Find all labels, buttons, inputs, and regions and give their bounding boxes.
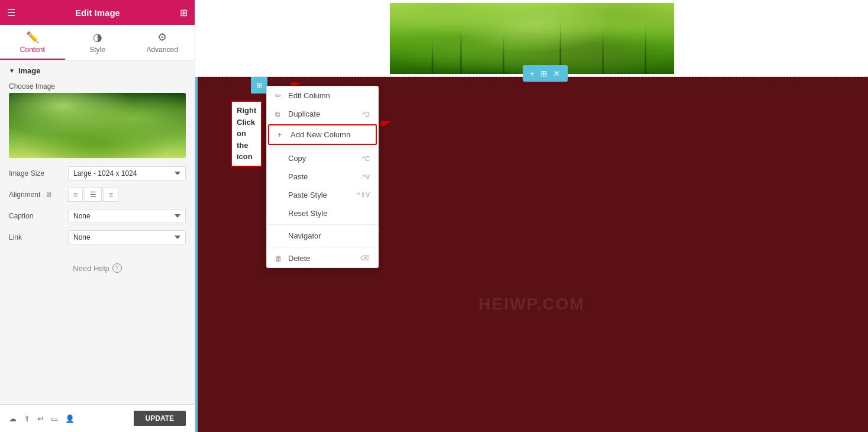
context-menu-item-reset-style[interactable]: Reset Style: [267, 204, 378, 223]
blue-toolbar-grid-button[interactable]: ⊞: [538, 67, 550, 79]
align-right-button[interactable]: ≡: [104, 188, 118, 202]
left-panel: ☰ Edit Image ⊞ ✏️ Content ◑ Style ⚙ Adva…: [0, 0, 195, 432]
add-new-column-label: Add New Column: [291, 130, 350, 139]
image-size-select[interactable]: Large - 1024 x 1024: [68, 166, 186, 180]
advanced-icon: ⚙: [157, 31, 167, 44]
edit-column-label: Edit Column: [288, 91, 330, 100]
update-button[interactable]: UPDATE: [134, 411, 186, 426]
align-center-button[interactable]: ☰: [85, 188, 102, 202]
add-column-icon: +: [277, 131, 286, 139]
context-menu-item-paste-style[interactable]: Paste Style ^⇧V: [267, 186, 378, 204]
panel-header: ☰ Edit Image ⊞: [0, 0, 195, 25]
delete-label: Delete: [288, 254, 311, 263]
context-menu-item-duplicate[interactable]: ⧉ Duplicate ^D: [267, 105, 378, 123]
panel-content: ▼ Image Choose Image Image Size Large - …: [0, 60, 195, 404]
copy-shortcut: ^C: [362, 155, 370, 162]
image-preview[interactable]: [9, 93, 186, 158]
paste-style-shortcut: ^⇧V: [357, 191, 370, 199]
footer-icon-1[interactable]: ☁: [9, 414, 17, 423]
style-icon: ◑: [93, 31, 102, 44]
copy-label: Copy: [288, 154, 306, 163]
paste-label: Paste: [288, 172, 308, 181]
context-menu: ✏ Edit Column ⧉ Duplicate ^D + Add New C…: [266, 86, 379, 268]
content-icon: ✏️: [26, 31, 39, 44]
footer-icon-3[interactable]: ↩: [37, 414, 44, 423]
column-handle-icon: ⊞: [256, 81, 262, 89]
context-menu-item-paste[interactable]: Paste ^V: [267, 167, 378, 186]
link-select[interactable]: None: [68, 230, 186, 244]
section-header: ▼ Image: [9, 66, 186, 75]
paste-style-label: Paste Style: [288, 191, 327, 199]
tab-content-label: Content: [20, 46, 45, 54]
tab-advanced-label: Advanced: [146, 46, 178, 54]
tab-style-label: Style: [89, 46, 105, 54]
panel-tabs: ✏️ Content ◑ Style ⚙ Advanced: [0, 25, 195, 60]
forest-image: [390, 3, 674, 74]
panel-footer: ☁ ⇧ ↩ ▭ 👤 UPDATE: [0, 404, 195, 432]
delete-icon: 🗑: [275, 254, 283, 263]
context-menu-divider-2: [267, 224, 378, 225]
alignment-row: Alignment 🖥 ≡ ☰ ≡: [9, 188, 186, 202]
need-help-label: Need Help: [73, 264, 109, 273]
caption-select[interactable]: None: [68, 209, 186, 223]
image-size-row: Image Size Large - 1024 x 1024: [9, 166, 186, 180]
alignment-label: Alignment 🖥: [9, 191, 68, 199]
grid-icon[interactable]: ⊞: [180, 7, 188, 18]
column-handle[interactable]: ⊞: [251, 77, 267, 94]
annotation-line-2: on the: [237, 128, 256, 151]
footer-icons: ☁ ⇧ ↩ ▭ 👤: [9, 414, 75, 423]
delete-shortcut: ⌫: [360, 254, 370, 262]
tab-style[interactable]: ◑ Style: [65, 25, 130, 60]
section-title: Image: [18, 66, 41, 75]
blue-toolbar-close-button[interactable]: ✕: [551, 67, 563, 79]
canvas-watermark: HEIWP.COM: [479, 295, 585, 314]
choose-image-label: Choose Image: [9, 82, 186, 91]
paste-shortcut: ^V: [363, 173, 370, 180]
alignment-group: ≡ ☰ ≡: [68, 188, 118, 202]
section-arrow-icon: ▼: [9, 67, 15, 74]
reset-style-label: Reset Style: [288, 209, 327, 218]
context-menu-item-edit-column[interactable]: ✏ Edit Column: [267, 86, 378, 105]
footer-icon-4[interactable]: ▭: [51, 414, 58, 423]
duplicate-shortcut: ^D: [362, 111, 370, 118]
tab-advanced[interactable]: ⚙ Advanced: [130, 25, 195, 60]
caption-row: Caption None: [9, 209, 186, 223]
context-menu-item-navigator[interactable]: Navigator: [267, 227, 378, 245]
blue-toolbar: + ⊞ ✕: [522, 65, 567, 82]
canvas-top-bar: + ⊞ ✕: [195, 0, 868, 77]
monitor-icon: 🖥: [45, 191, 52, 199]
context-menu-divider-1: [267, 147, 378, 147]
caption-label: Caption: [9, 212, 68, 220]
help-icon: ?: [112, 263, 122, 273]
image-preview-inner: [9, 93, 186, 158]
context-menu-divider-3: [267, 247, 378, 247]
canvas-area: + ⊞ ✕ ⊞ ✏ Edit Column ⧉ Duplicate ^D + A…: [195, 0, 868, 432]
duplicate-icon: ⧉: [275, 110, 283, 118]
blue-toolbar-add-button[interactable]: +: [527, 67, 537, 79]
panel-title: Edit Image: [75, 8, 120, 18]
footer-icon-5[interactable]: 👤: [65, 414, 75, 423]
hamburger-icon[interactable]: ☰: [7, 7, 15, 18]
context-menu-item-delete[interactable]: 🗑 Delete ⌫: [267, 249, 378, 267]
footer-icon-2[interactable]: ⇧: [24, 414, 30, 423]
link-label: Link: [9, 233, 68, 241]
choose-image-group: Choose Image: [9, 82, 186, 158]
need-help[interactable]: Need Help ?: [9, 252, 186, 285]
annotation-line-1: Right Click: [237, 105, 256, 128]
context-menu-item-add-new-column[interactable]: + Add New Column: [268, 124, 377, 145]
edit-column-icon: ✏: [275, 92, 283, 100]
align-left-button[interactable]: ≡: [68, 188, 83, 202]
context-menu-item-copy[interactable]: Copy ^C: [267, 149, 378, 167]
image-size-label: Image Size: [9, 169, 68, 178]
annotation-line-3: icon: [237, 151, 256, 163]
link-row: Link None: [9, 230, 186, 244]
forest-image-inner: [390, 3, 674, 74]
navigator-label: Navigator: [288, 231, 321, 240]
tab-content[interactable]: ✏️ Content: [0, 25, 65, 60]
duplicate-label: Duplicate: [288, 109, 320, 118]
